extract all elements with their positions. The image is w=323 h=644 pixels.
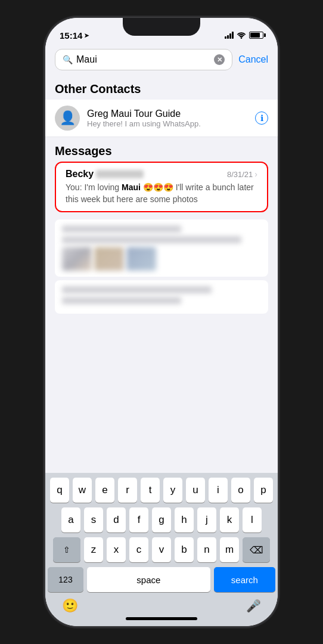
contact-name: Greg Maui Tour Guide — [87, 109, 248, 119]
contact-info: Greg Maui Tour Guide Hey there! I am usi… — [87, 109, 248, 128]
key-h[interactable]: h — [175, 507, 194, 532]
status-time: 15:14 ➤ — [60, 30, 89, 41]
wifi-icon — [237, 32, 246, 39]
message-date: 8/31/21 › — [227, 169, 257, 179]
highlight-maui: Maui — [122, 182, 141, 192]
location-arrow-icon: ➤ — [84, 32, 89, 39]
key-e[interactable]: e — [95, 478, 114, 503]
phone-frame: 15:14 ➤ 🔍 Maui ✕ — [45, 18, 278, 626]
key-v[interactable]: v — [152, 537, 171, 562]
date-text: 8/31/21 — [227, 170, 253, 179]
key-a[interactable]: a — [61, 507, 80, 532]
key-m[interactable]: m — [220, 537, 239, 562]
status-icons — [225, 32, 263, 39]
search-input[interactable]: Maui — [76, 54, 210, 65]
key-d[interactable]: d — [107, 507, 126, 532]
keyboard: q w e r t y u i o p a s d f g h j k — [45, 473, 278, 626]
contact-item[interactable]: 👤 Greg Maui Tour Guide Hey there! I am u… — [45, 100, 278, 137]
key-t[interactable]: t — [141, 478, 160, 503]
sender-name: Becky — [66, 169, 94, 179]
contact-subtitle: Hey there! I am using WhatsApp. — [87, 119, 248, 128]
key-c[interactable]: c — [129, 537, 148, 562]
contact-info-button[interactable]: ℹ — [255, 112, 268, 125]
search-bar[interactable]: 🔍 Maui ✕ — [55, 49, 232, 70]
space-key[interactable]: space — [87, 567, 210, 592]
key-j[interactable]: j — [197, 507, 216, 532]
key-f[interactable]: f — [129, 507, 148, 532]
microphone-icon[interactable]: 🎤 — [246, 599, 261, 613]
info-icon: ℹ — [260, 113, 263, 123]
cancel-button[interactable]: Cancel — [238, 54, 268, 65]
key-u[interactable]: u — [186, 478, 205, 503]
notch — [123, 18, 200, 36]
blurred-results-section — [45, 215, 278, 321]
messages-header: Messages — [45, 137, 278, 162]
avatar: 👤 — [55, 106, 80, 131]
keyboard-row-1: q w e r t y u i o p — [48, 478, 275, 503]
signal-bars-icon — [225, 32, 234, 39]
keyboard-row-2: a s d f g h j k l — [48, 507, 275, 532]
keyboard-row-4: 123 space search — [48, 567, 275, 592]
key-z[interactable]: z — [84, 537, 103, 562]
clear-x-icon: ✕ — [217, 56, 222, 64]
key-g[interactable]: g — [152, 507, 171, 532]
other-contacts-header: Other Contacts — [45, 75, 278, 100]
screen: 15:14 ➤ 🔍 Maui ✕ — [45, 18, 278, 626]
person-icon: 👤 — [60, 110, 76, 126]
message-result-item[interactable]: Becky 8/31/21 › You: I'm loving Maui 😍😍😍… — [55, 162, 268, 212]
chevron-right-icon: › — [254, 169, 257, 179]
battery-icon — [249, 32, 263, 39]
key-y[interactable]: y — [163, 478, 182, 503]
key-s[interactable]: s — [84, 507, 103, 532]
search-key[interactable]: search — [214, 567, 275, 592]
emoji-icon[interactable]: 🙂 — [62, 598, 78, 614]
key-q[interactable]: q — [50, 478, 69, 503]
delete-key[interactable]: ⌫ — [243, 537, 270, 562]
preview-before-text: You: I'm loving — [66, 182, 122, 192]
key-l[interactable]: l — [243, 507, 262, 532]
key-w[interactable]: w — [73, 478, 92, 503]
message-preview: You: I'm loving Maui 😍😍😍 I'll write a bu… — [66, 182, 257, 205]
key-n[interactable]: n — [197, 537, 216, 562]
blurred-item-1 — [55, 219, 268, 277]
sender-blur-redacted — [96, 170, 144, 178]
keyboard-row-3: ⇧ z x c v b n m ⌫ — [48, 537, 275, 562]
key-x[interactable]: x — [107, 537, 126, 562]
numbers-key[interactable]: 123 — [48, 567, 83, 592]
shift-key[interactable]: ⇧ — [53, 537, 80, 562]
key-p[interactable]: p — [254, 478, 273, 503]
search-clear-button[interactable]: ✕ — [214, 54, 225, 65]
status-bar: 15:14 ➤ — [45, 18, 278, 44]
key-r[interactable]: r — [118, 478, 137, 503]
message-sender: Becky — [66, 169, 144, 179]
blurred-item-2 — [55, 280, 268, 314]
search-magnifier-icon: 🔍 — [63, 55, 73, 64]
key-k[interactable]: k — [220, 507, 239, 532]
key-i[interactable]: i — [209, 478, 228, 503]
content-area: Other Contacts 👤 Greg Maui Tour Guide He… — [45, 75, 278, 473]
time-label: 15:14 — [60, 30, 82, 41]
bottom-bar: 🙂 🎤 — [48, 597, 275, 617]
home-indicator — [126, 617, 197, 620]
key-o[interactable]: o — [231, 478, 250, 503]
key-b[interactable]: b — [175, 537, 194, 562]
search-bar-container: 🔍 Maui ✕ Cancel — [45, 44, 278, 75]
